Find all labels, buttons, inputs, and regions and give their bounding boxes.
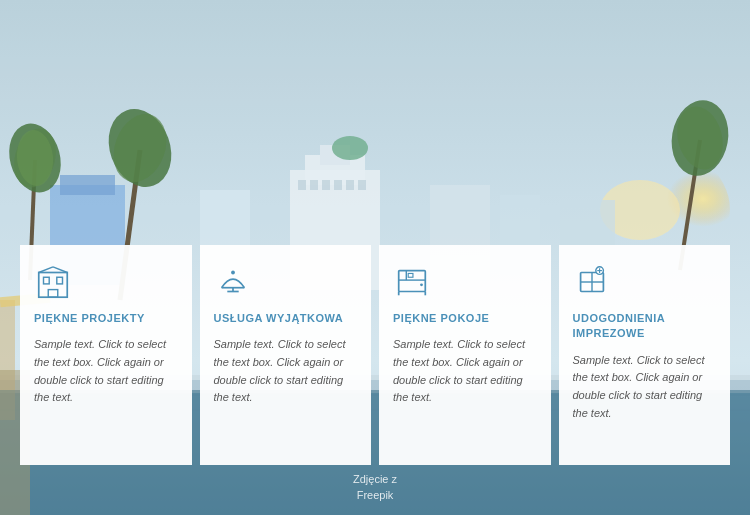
svg-point-47 [231, 271, 235, 275]
svg-rect-38 [39, 273, 68, 298]
svg-rect-40 [57, 277, 63, 284]
svg-rect-41 [48, 290, 58, 298]
card-beautiful-rooms[interactable]: PIĘKNE POKOJE Sample text. Click to sele… [379, 245, 551, 465]
card-2-text[interactable]: Sample text. Click to select the text bo… [214, 336, 358, 406]
svg-point-53 [420, 283, 423, 286]
cards-container: PIĘKNE PROJEKTY Sample text. Click to se… [0, 245, 750, 465]
amenities-icon [573, 263, 611, 301]
photo-credit-line1: Zdjęcie z [353, 472, 397, 487]
building-icon [34, 263, 72, 301]
card-4-text[interactable]: Sample text. Click to select the text bo… [573, 352, 717, 422]
card-1-title: PIĘKNE PROJEKTY [34, 311, 178, 326]
card-beautiful-projects[interactable]: PIĘKNE PROJEKTY Sample text. Click to se… [20, 245, 192, 465]
svg-line-42 [39, 267, 53, 273]
card-4-title: UDOGODNIENIA IMPREZOWE [573, 311, 717, 342]
card-amenities[interactable]: UDOGODNIENIA IMPREZOWE Sample text. Clic… [559, 245, 731, 465]
card-exceptional-service[interactable]: USŁUGA WYJĄTKOWA Sample text. Click to s… [200, 245, 372, 465]
photo-credit: Zdjęcie z Freepik [353, 472, 397, 503]
svg-line-43 [53, 267, 67, 273]
service-icon [214, 263, 252, 301]
card-3-text[interactable]: Sample text. Click to select the text bo… [393, 336, 537, 406]
card-2-title: USŁUGA WYJĄTKOWA [214, 311, 358, 326]
room-icon [393, 263, 431, 301]
card-1-text[interactable]: Sample text. Click to select the text bo… [34, 336, 178, 406]
card-3-title: PIĘKNE POKOJE [393, 311, 537, 326]
svg-rect-50 [408, 273, 413, 277]
photo-credit-line2: Freepik [353, 488, 397, 503]
svg-rect-39 [44, 277, 50, 284]
